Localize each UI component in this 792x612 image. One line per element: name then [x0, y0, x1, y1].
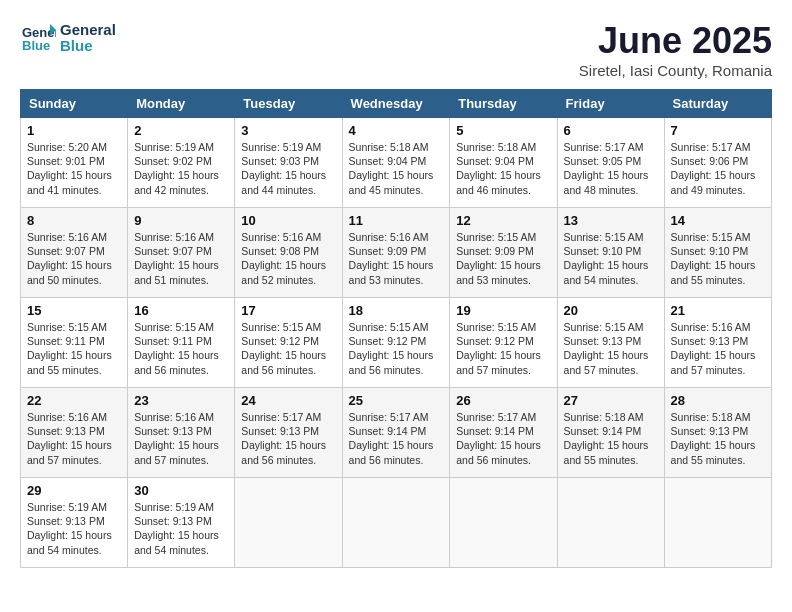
calendar-cell: 1Sunrise: 5:20 AMSunset: 9:01 PMDaylight…: [21, 118, 128, 208]
calendar-cell: 15Sunrise: 5:15 AMSunset: 9:11 PMDayligh…: [21, 298, 128, 388]
calendar-cell: [342, 478, 450, 568]
day-number: 28: [671, 393, 765, 408]
header: General Blue General Blue June 2025 Sire…: [20, 20, 772, 79]
calendar-cell: 4Sunrise: 5:18 AMSunset: 9:04 PMDaylight…: [342, 118, 450, 208]
day-number: 11: [349, 213, 444, 228]
calendar-cell: 3Sunrise: 5:19 AMSunset: 9:03 PMDaylight…: [235, 118, 342, 208]
month-year-title: June 2025: [579, 20, 772, 62]
day-number: 14: [671, 213, 765, 228]
day-number: 29: [27, 483, 121, 498]
calendar-cell: 29Sunrise: 5:19 AMSunset: 9:13 PMDayligh…: [21, 478, 128, 568]
day-info: Sunrise: 5:15 AMSunset: 9:11 PMDaylight:…: [134, 321, 219, 376]
calendar-cell: 7Sunrise: 5:17 AMSunset: 9:06 PMDaylight…: [664, 118, 771, 208]
day-info: Sunrise: 5:17 AMSunset: 9:13 PMDaylight:…: [241, 411, 326, 466]
calendar-cell: 9Sunrise: 5:16 AMSunset: 9:07 PMDaylight…: [128, 208, 235, 298]
calendar-row-5: 29Sunrise: 5:19 AMSunset: 9:13 PMDayligh…: [21, 478, 772, 568]
calendar-row-3: 15Sunrise: 5:15 AMSunset: 9:11 PMDayligh…: [21, 298, 772, 388]
day-info: Sunrise: 5:16 AMSunset: 9:13 PMDaylight:…: [134, 411, 219, 466]
day-info: Sunrise: 5:18 AMSunset: 9:04 PMDaylight:…: [349, 141, 434, 196]
col-header-wednesday: Wednesday: [342, 90, 450, 118]
day-number: 17: [241, 303, 335, 318]
day-number: 19: [456, 303, 550, 318]
calendar-header-row: SundayMondayTuesdayWednesdayThursdayFrid…: [21, 90, 772, 118]
col-header-friday: Friday: [557, 90, 664, 118]
col-header-saturday: Saturday: [664, 90, 771, 118]
day-info: Sunrise: 5:17 AMSunset: 9:14 PMDaylight:…: [456, 411, 541, 466]
day-info: Sunrise: 5:19 AMSunset: 9:02 PMDaylight:…: [134, 141, 219, 196]
calendar-cell: 6Sunrise: 5:17 AMSunset: 9:05 PMDaylight…: [557, 118, 664, 208]
day-info: Sunrise: 5:16 AMSunset: 9:13 PMDaylight:…: [27, 411, 112, 466]
day-info: Sunrise: 5:17 AMSunset: 9:14 PMDaylight:…: [349, 411, 434, 466]
day-number: 20: [564, 303, 658, 318]
calendar-cell: 17Sunrise: 5:15 AMSunset: 9:12 PMDayligh…: [235, 298, 342, 388]
day-number: 23: [134, 393, 228, 408]
col-header-tuesday: Tuesday: [235, 90, 342, 118]
logo-blue: Blue: [60, 38, 116, 55]
title-area: June 2025 Siretel, Iasi County, Romania: [579, 20, 772, 79]
day-number: 24: [241, 393, 335, 408]
calendar-cell: 2Sunrise: 5:19 AMSunset: 9:02 PMDaylight…: [128, 118, 235, 208]
calendar-cell: 22Sunrise: 5:16 AMSunset: 9:13 PMDayligh…: [21, 388, 128, 478]
day-number: 26: [456, 393, 550, 408]
day-number: 18: [349, 303, 444, 318]
col-header-thursday: Thursday: [450, 90, 557, 118]
calendar-cell: 12Sunrise: 5:15 AMSunset: 9:09 PMDayligh…: [450, 208, 557, 298]
col-header-sunday: Sunday: [21, 90, 128, 118]
day-number: 13: [564, 213, 658, 228]
day-number: 12: [456, 213, 550, 228]
calendar-row-1: 1Sunrise: 5:20 AMSunset: 9:01 PMDaylight…: [21, 118, 772, 208]
calendar-cell: 26Sunrise: 5:17 AMSunset: 9:14 PMDayligh…: [450, 388, 557, 478]
calendar-cell: 16Sunrise: 5:15 AMSunset: 9:11 PMDayligh…: [128, 298, 235, 388]
day-number: 16: [134, 303, 228, 318]
calendar-cell: 23Sunrise: 5:16 AMSunset: 9:13 PMDayligh…: [128, 388, 235, 478]
logo: General Blue General Blue: [20, 20, 116, 56]
day-info: Sunrise: 5:16 AMSunset: 9:08 PMDaylight:…: [241, 231, 326, 286]
day-info: Sunrise: 5:18 AMSunset: 9:04 PMDaylight:…: [456, 141, 541, 196]
calendar-cell: 8Sunrise: 5:16 AMSunset: 9:07 PMDaylight…: [21, 208, 128, 298]
day-number: 21: [671, 303, 765, 318]
day-info: Sunrise: 5:16 AMSunset: 9:13 PMDaylight:…: [671, 321, 756, 376]
day-number: 8: [27, 213, 121, 228]
day-info: Sunrise: 5:15 AMSunset: 9:12 PMDaylight:…: [349, 321, 434, 376]
day-info: Sunrise: 5:18 AMSunset: 9:14 PMDaylight:…: [564, 411, 649, 466]
calendar-cell: 13Sunrise: 5:15 AMSunset: 9:10 PMDayligh…: [557, 208, 664, 298]
day-info: Sunrise: 5:15 AMSunset: 9:11 PMDaylight:…: [27, 321, 112, 376]
calendar-body: 1Sunrise: 5:20 AMSunset: 9:01 PMDaylight…: [21, 118, 772, 568]
day-number: 30: [134, 483, 228, 498]
calendar-cell: [450, 478, 557, 568]
calendar-cell: 25Sunrise: 5:17 AMSunset: 9:14 PMDayligh…: [342, 388, 450, 478]
day-number: 6: [564, 123, 658, 138]
day-number: 25: [349, 393, 444, 408]
day-number: 15: [27, 303, 121, 318]
col-header-monday: Monday: [128, 90, 235, 118]
day-info: Sunrise: 5:15 AMSunset: 9:13 PMDaylight:…: [564, 321, 649, 376]
calendar-cell: 19Sunrise: 5:15 AMSunset: 9:12 PMDayligh…: [450, 298, 557, 388]
day-number: 5: [456, 123, 550, 138]
day-number: 1: [27, 123, 121, 138]
calendar-cell: 21Sunrise: 5:16 AMSunset: 9:13 PMDayligh…: [664, 298, 771, 388]
day-info: Sunrise: 5:15 AMSunset: 9:12 PMDaylight:…: [456, 321, 541, 376]
day-number: 9: [134, 213, 228, 228]
day-info: Sunrise: 5:19 AMSunset: 9:13 PMDaylight:…: [134, 501, 219, 556]
calendar-cell: 18Sunrise: 5:15 AMSunset: 9:12 PMDayligh…: [342, 298, 450, 388]
calendar-cell: [664, 478, 771, 568]
day-info: Sunrise: 5:15 AMSunset: 9:10 PMDaylight:…: [564, 231, 649, 286]
day-info: Sunrise: 5:16 AMSunset: 9:07 PMDaylight:…: [27, 231, 112, 286]
day-info: Sunrise: 5:16 AMSunset: 9:07 PMDaylight:…: [134, 231, 219, 286]
calendar-cell: 20Sunrise: 5:15 AMSunset: 9:13 PMDayligh…: [557, 298, 664, 388]
day-number: 2: [134, 123, 228, 138]
logo-general: General: [60, 22, 116, 39]
day-number: 27: [564, 393, 658, 408]
day-info: Sunrise: 5:20 AMSunset: 9:01 PMDaylight:…: [27, 141, 112, 196]
calendar-cell: 10Sunrise: 5:16 AMSunset: 9:08 PMDayligh…: [235, 208, 342, 298]
calendar-cell: 24Sunrise: 5:17 AMSunset: 9:13 PMDayligh…: [235, 388, 342, 478]
svg-text:Blue: Blue: [22, 38, 50, 53]
day-info: Sunrise: 5:15 AMSunset: 9:09 PMDaylight:…: [456, 231, 541, 286]
calendar-cell: [235, 478, 342, 568]
location-subtitle: Siretel, Iasi County, Romania: [579, 62, 772, 79]
calendar-cell: 11Sunrise: 5:16 AMSunset: 9:09 PMDayligh…: [342, 208, 450, 298]
day-number: 10: [241, 213, 335, 228]
day-number: 3: [241, 123, 335, 138]
day-info: Sunrise: 5:17 AMSunset: 9:06 PMDaylight:…: [671, 141, 756, 196]
calendar-cell: 30Sunrise: 5:19 AMSunset: 9:13 PMDayligh…: [128, 478, 235, 568]
